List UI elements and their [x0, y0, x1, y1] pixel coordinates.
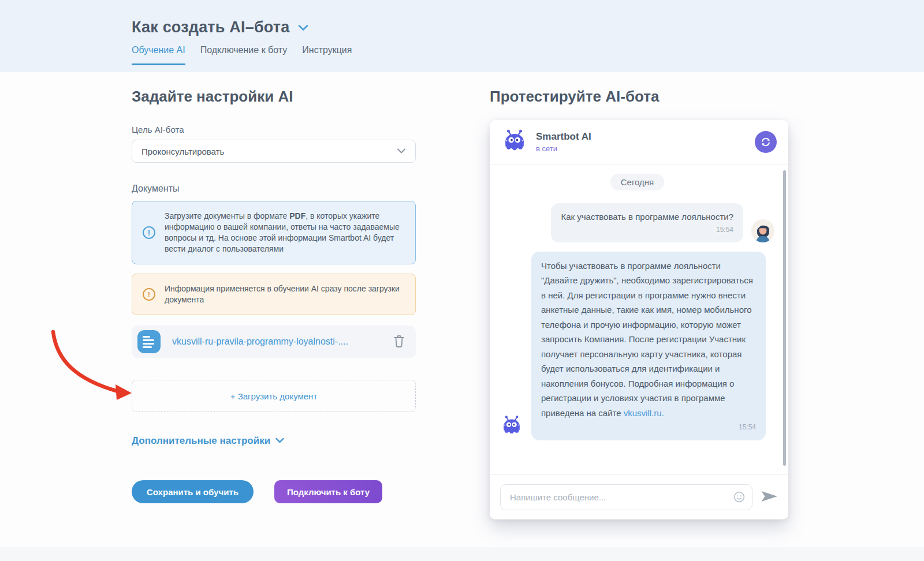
- upload-document-button[interactable]: + Загрузить документ: [132, 380, 416, 412]
- user-avatar: [751, 219, 774, 242]
- advanced-chevron-down-icon: [275, 436, 285, 446]
- bot-avatar-small: [500, 414, 523, 439]
- training-warning-text: Информация применяется в обучении AI сра…: [165, 283, 405, 305]
- bot-message-bubble: Чтобы участвовать в программе лояльности…: [531, 252, 766, 440]
- training-warning-note: ! Информация применяется в обучении AI с…: [132, 274, 416, 315]
- chat-scrollbar[interactable]: [783, 170, 786, 466]
- documents-label: Документы: [132, 184, 416, 194]
- connect-to-bot-button[interactable]: Подключить к боту: [274, 480, 382, 503]
- save-and-train-button[interactable]: Сохранить и обучить: [132, 480, 254, 503]
- uploaded-document-row: vkusvill-ru-pravila-programmy-loyalnosti…: [132, 326, 416, 358]
- chat-header: Smartbot AI в сети: [490, 120, 788, 164]
- title-chevron-down-icon[interactable]: [297, 24, 309, 34]
- advanced-settings-toggle[interactable]: Дополнительные настройки: [132, 435, 416, 447]
- bot-avatar: [501, 128, 528, 156]
- upload-document-label: + Загрузить документ: [230, 391, 318, 401]
- goal-select[interactable]: Проконсультировать: [132, 140, 416, 163]
- chat-widget: Smartbot AI в сети Сегодня Как участвов: [490, 120, 788, 519]
- trash-icon: [393, 334, 405, 348]
- emoji-button[interactable]: [733, 491, 746, 505]
- bot-name: Smartbot AI: [536, 131, 755, 143]
- info-icon: !: [143, 226, 155, 239]
- user-message-time: 15:54: [561, 225, 733, 235]
- bot-message-link[interactable]: vkusvill.ru.: [624, 408, 664, 418]
- user-message-bubble: Как участвовать в программе лояльности? …: [551, 203, 743, 242]
- message-input[interactable]: [500, 484, 752, 510]
- form-actions: Сохранить и обучить Подключить к боту: [132, 480, 416, 503]
- smiley-icon: [733, 491, 746, 503]
- bot-online-status: в сети: [536, 144, 755, 153]
- chat-input-bar: [490, 474, 788, 519]
- user-message-row: Как участвовать в программе лояльности? …: [500, 203, 774, 242]
- send-icon: [761, 490, 778, 503]
- document-icon: [137, 330, 161, 353]
- page: Как создать AI–бота Обучение AI Подключе…: [0, 0, 924, 561]
- documents-info-text: Загрузите документы в формате PDF, в кот…: [165, 211, 405, 255]
- goal-label: Цель AI-бота: [132, 125, 416, 134]
- date-badge: Сегодня: [610, 174, 665, 190]
- bot-message-time: 15:54: [541, 421, 756, 433]
- tab-training-ai[interactable]: Обучение AI: [132, 45, 185, 65]
- delete-document-button[interactable]: [392, 333, 407, 351]
- refresh-icon: [759, 136, 772, 148]
- bot-message-text: Чтобы участвовать в программе лояльности…: [541, 261, 753, 418]
- send-button[interactable]: [757, 487, 781, 508]
- page-title: Как создать AI–бота: [132, 18, 289, 36]
- advanced-settings-label: Дополнительные настройки: [132, 435, 270, 447]
- red-annotation-arrow: [39, 319, 140, 408]
- goal-select-value: Проконсультировать: [141, 147, 224, 156]
- warning-icon: !: [143, 288, 155, 301]
- settings-heading: Задайте настройки AI: [132, 88, 416, 106]
- chat-tester-heading: Протестируйте AI-бота: [490, 88, 659, 106]
- tab-bar: Обучение AI Подключение к боту Инструкци…: [132, 45, 924, 65]
- tab-connect-to-bot[interactable]: Подключение к боту: [200, 45, 288, 65]
- documents-info-note: ! Загрузите документы в формате PDF, в к…: [132, 201, 416, 264]
- tab-instruction[interactable]: Инструкция: [302, 45, 352, 65]
- chat-refresh-button[interactable]: [755, 131, 777, 153]
- uploaded-document-link[interactable]: vkusvill-ru-pravila-programmy-loyalnosti…: [172, 336, 392, 347]
- select-chevron-down-icon: [397, 146, 406, 156]
- user-message-text: Как участвовать в программе лояльности?: [561, 212, 733, 222]
- bot-message-row: Чтобы участвовать в программе лояльности…: [500, 252, 774, 440]
- bot-identity: Smartbot AI в сети: [536, 131, 755, 153]
- page-header: Как создать AI–бота Обучение AI Подключе…: [0, 0, 924, 72]
- ai-settings-section: Задайте настройки AI Цель AI-бота Прокон…: [132, 88, 416, 503]
- bottom-strip: [0, 547, 924, 561]
- chat-messages-area: Сегодня Как участвовать в программе лоял…: [490, 164, 788, 474]
